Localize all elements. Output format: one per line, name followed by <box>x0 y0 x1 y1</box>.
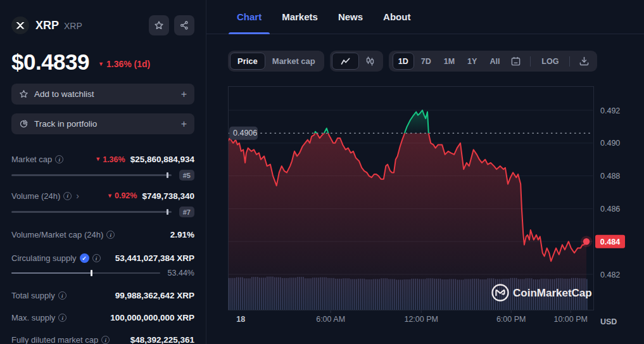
y-axis-label: 0.488 <box>600 172 620 181</box>
metric-marketcap-button[interactable]: Market cap <box>265 53 322 70</box>
supply-percent: 53.44% <box>168 269 194 277</box>
bar-handle <box>167 172 168 179</box>
watchlist-star-button[interactable] <box>149 15 169 35</box>
tab-markets[interactable]: Markets <box>274 0 326 34</box>
bar-handle <box>167 209 168 215</box>
triangle-down-icon: ▼ <box>95 156 101 162</box>
coin-sidebar: XRP XRP $0.4839 ▼ 1.36% (1d) Add to watc… <box>0 0 206 344</box>
y-axis-label: 0.492 <box>600 106 620 115</box>
star-icon <box>19 89 28 99</box>
coin-name: XRP <box>35 19 59 32</box>
x-axis-label: 10:00 PM <box>553 315 588 324</box>
download-button[interactable] <box>575 56 593 66</box>
share-button[interactable] <box>174 15 194 35</box>
calendar-icon <box>511 56 521 66</box>
plus-icon: + <box>181 118 187 130</box>
total-supply-row: Total supplyi 99,988,362,642 XRP <box>11 291 194 300</box>
tab-about[interactable]: About <box>375 0 419 34</box>
add-to-watchlist-button[interactable]: Add to watchlist + <box>11 84 194 105</box>
line-chart-type-button[interactable] <box>332 53 359 70</box>
x-axis-label: 6:00 PM <box>496 315 526 324</box>
price-change: ▼ 1.36% (1d) <box>98 59 150 69</box>
fully-diluted-market-cap-row: Fully diluted market capi $48,392,225,36… <box>11 335 194 344</box>
chevron-right-icon[interactable]: › <box>76 191 79 201</box>
y-axis-label: 0.490 <box>600 139 620 148</box>
share-icon <box>179 20 189 30</box>
metric-price-button[interactable]: Price <box>230 53 265 70</box>
x-axis-label: 18 <box>236 315 245 324</box>
price-chart[interactable]: 0.4920.4900.4880.4860.4840.482CoinMarket… <box>228 86 644 344</box>
market-cap-rank-bar: #5 <box>11 170 194 181</box>
info-icon[interactable]: i <box>92 254 101 262</box>
range-all-button[interactable]: All <box>484 53 505 70</box>
xrp-logo-icon <box>11 16 29 34</box>
metric-toggle: Price Market cap <box>228 51 324 72</box>
range-1y-button[interactable]: 1Y <box>462 53 483 70</box>
tab-chart[interactable]: Chart <box>229 0 270 34</box>
calendar-button[interactable] <box>507 56 525 66</box>
market-cap-rank-badge: #5 <box>179 170 194 181</box>
log-scale-button[interactable]: LOG <box>536 53 564 70</box>
range-1m-button[interactable]: 1M <box>438 53 460 70</box>
volume-rank-bar: #7 <box>11 207 194 217</box>
supply-progress-bar: 53.44% <box>11 269 194 277</box>
plus-icon: + <box>181 89 187 100</box>
baseline-price-label: 0.4906 <box>233 129 257 137</box>
axis-unit-label: USD <box>600 317 617 326</box>
candlestick-icon <box>366 56 374 66</box>
range-7d-button[interactable]: 7D <box>415 53 437 70</box>
info-icon[interactable]: i <box>58 314 66 322</box>
last-price-dot <box>583 238 590 245</box>
range-1d-button[interactable]: 1D <box>393 53 414 70</box>
last-price-label: 0.484 <box>600 238 620 246</box>
volume-marketcap-row: Volume/Market cap (24h)i 2.91% <box>11 230 194 239</box>
bar-handle <box>91 270 92 276</box>
info-icon[interactable]: i <box>101 336 110 344</box>
triangle-down-icon: ▼ <box>98 61 104 67</box>
line-chart-icon <box>341 58 350 65</box>
track-in-portfolio-button[interactable]: Track in portfolio + <box>11 113 194 134</box>
price-area-down <box>228 110 586 310</box>
coin-stats: Market capi ▼1.36%$25,860,884,934 #5 Vol… <box>11 155 194 344</box>
market-cap-row: Market capi ▼1.36%$25,860,884,934 <box>11 155 194 164</box>
coin-ticker: XRP <box>64 21 82 31</box>
volume-row: Volume (24h)i› ▼0.92%$749,738,340 <box>11 191 194 201</box>
candlestick-type-button[interactable] <box>359 53 381 70</box>
max-supply-row: Max. supplyi 100,000,000,000 XRP <box>11 313 194 322</box>
range-toggle: 1D 7D 1M 1Y All LOG <box>389 51 598 72</box>
chart-type-toggle <box>330 51 383 72</box>
circulating-supply-row: Circulating supply✓i 53,441,027,384 XRP <box>11 253 194 263</box>
x-axis-label: 12:00 PM <box>404 315 438 324</box>
y-axis-label: 0.482 <box>600 271 620 279</box>
coin-price: $0.4839 <box>11 49 89 75</box>
x-axis-label: 6:00 AM <box>316 315 345 324</box>
verified-badge-icon: ✓ <box>80 253 89 263</box>
pie-chart-icon <box>19 119 28 129</box>
tab-news[interactable]: News <box>330 0 371 34</box>
volume-rank-badge: #7 <box>179 207 194 217</box>
chart-controls: Price Market cap 1D 7D 1M 1Y All <box>228 51 625 72</box>
star-icon <box>154 20 164 30</box>
coinmarketcap-xrp-page: XRP XRP $0.4839 ▼ 1.36% (1d) Add to watc… <box>0 0 644 344</box>
triangle-down-icon: ▼ <box>107 193 113 199</box>
download-icon <box>579 56 589 66</box>
section-tabs: Chart Markets News About <box>206 0 644 34</box>
coin-header: XRP XRP <box>11 15 194 35</box>
info-icon[interactable]: i <box>58 291 66 300</box>
info-icon[interactable]: i <box>55 155 63 163</box>
chart-panel: Chart Markets News About Price Market ca… <box>206 0 644 344</box>
y-axis-label: 0.486 <box>600 205 620 213</box>
info-icon[interactable]: i <box>63 192 72 200</box>
info-icon[interactable]: i <box>106 231 115 239</box>
